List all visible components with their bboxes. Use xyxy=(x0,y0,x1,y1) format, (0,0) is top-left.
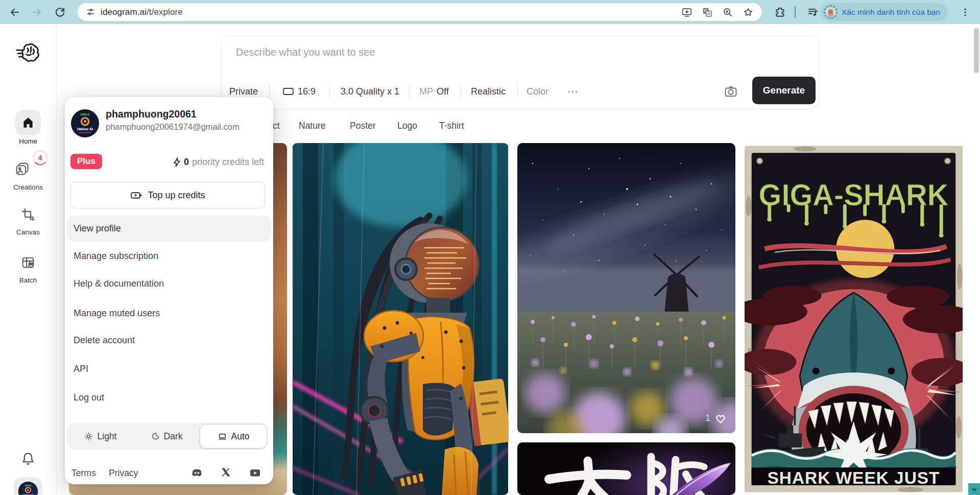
toolbar-divider xyxy=(795,6,796,18)
theme-toggle: Light Dark Auto xyxy=(67,423,267,450)
terms-link[interactable]: Terms xyxy=(71,468,96,479)
gallery-image-shark-poster[interactable]: GIGA-SHARK xyxy=(745,143,963,495)
laptop-icon xyxy=(218,432,227,441)
moon-icon xyxy=(151,432,160,441)
tab-poster[interactable]: Poster xyxy=(350,121,376,131)
extensions-icon[interactable] xyxy=(773,5,787,19)
kanji-artwork xyxy=(517,442,735,495)
credits-label: priority credits left xyxy=(192,157,264,168)
prompt-card: Private 16:9 3.0 Quality x 1 MP Off Real… xyxy=(221,36,820,109)
notifications-bell-icon[interactable] xyxy=(0,451,56,466)
model-quality-setting[interactable]: 3.0 Quality x 1 xyxy=(341,82,399,101)
tab-tshirt[interactable]: T-shirt xyxy=(439,121,464,131)
gallery-image-kanji[interactable] xyxy=(517,442,735,495)
theme-auto-option[interactable]: Auto xyxy=(200,424,267,449)
svg-text:GEN AI: GEN AI xyxy=(25,485,31,487)
heart-icon xyxy=(714,412,727,424)
aspect-ratio-setting[interactable]: 16:9 xyxy=(298,82,316,101)
credits-status: 0 priority credits left xyxy=(173,157,264,168)
discord-icon[interactable] xyxy=(190,467,203,479)
privacy-link[interactable]: Privacy xyxy=(109,468,138,479)
mp-setting-label[interactable]: MP xyxy=(419,82,433,101)
batch-icon[interactable] xyxy=(0,255,56,270)
ideogram-logo-icon[interactable] xyxy=(0,40,56,66)
scroll-corner-button[interactable] xyxy=(968,483,980,495)
theme-dark-label: Dark xyxy=(164,431,183,442)
back-icon[interactable] xyxy=(7,5,21,19)
canvas-icon[interactable] xyxy=(0,207,56,222)
style-setting[interactable]: Realistic xyxy=(471,82,506,101)
x-icon[interactable] xyxy=(221,467,231,478)
theme-dark-option[interactable]: Dark xyxy=(133,423,200,450)
site-settings-icon[interactable] xyxy=(86,7,95,17)
like-counter[interactable]: 1 xyxy=(705,412,727,424)
reload-icon[interactable] xyxy=(53,5,67,19)
credits-count: 0 xyxy=(184,157,189,168)
menu-item-help-documentation[interactable]: Help & documentation xyxy=(67,271,271,297)
forward-icon[interactable] xyxy=(30,5,44,19)
browser-profile-chip[interactable]: Xác minh danh tính của bạn xyxy=(821,3,947,21)
bookmark-star-icon[interactable] xyxy=(743,7,754,18)
profile-chip-label: Xác minh danh tính của bạn xyxy=(842,8,940,17)
youtube-icon[interactable] xyxy=(249,467,261,478)
image-prompt-camera-icon[interactable] xyxy=(724,84,738,99)
svg-text:Hailou AI: Hailou AI xyxy=(77,127,93,131)
page-scrollbar[interactable] xyxy=(974,28,979,73)
menu-item-api[interactable]: API xyxy=(67,356,271,382)
translate-icon[interactable]: GA xyxy=(702,7,713,18)
robot-artwork xyxy=(292,143,509,495)
profile-avatar xyxy=(824,5,838,19)
account-menu: GEN AIHailou AIGENERATIVE phamphuong2006… xyxy=(65,97,273,484)
menu-item-log-out[interactable]: Log out xyxy=(67,385,271,411)
kebab-menu-icon[interactable] xyxy=(958,5,972,19)
tab-logo[interactable]: Logo xyxy=(397,121,417,131)
home-icon xyxy=(21,116,35,129)
tab-nature[interactable]: Nature xyxy=(299,121,326,131)
theme-light-option[interactable]: Light xyxy=(67,423,133,450)
svg-text:GENERATIVE: GENERATIVE xyxy=(79,132,91,134)
theme-light-label: Light xyxy=(98,431,117,442)
sidebar-label-creations: Creations xyxy=(0,183,56,191)
shark-poster-caption: SHARK WEEK JUST xyxy=(767,468,940,487)
top-up-credits-button[interactable]: Top up credits xyxy=(70,182,265,208)
svg-text:GEN AI: GEN AI xyxy=(81,113,90,116)
plan-badge: Plus xyxy=(70,154,102,169)
like-count: 1 xyxy=(705,412,710,423)
menu-footer: Terms Privacy xyxy=(65,463,273,484)
mp-setting-value[interactable]: Off xyxy=(437,82,449,101)
menu-username: phamphuong20061 xyxy=(106,108,197,120)
menu-item-delete-account[interactable]: Delete account xyxy=(67,327,271,353)
generate-button[interactable]: Generate xyxy=(752,77,816,104)
url-text: ideogram.ai/t/explore xyxy=(101,7,183,17)
sidebar: Home 4 Creations Canvas Batch GEN AIHail… xyxy=(0,24,57,495)
tab-partial[interactable]: ct xyxy=(273,121,280,131)
bolt-icon xyxy=(173,157,181,167)
gallery-image-robot[interactable] xyxy=(292,143,509,495)
flower-field-artwork xyxy=(517,143,735,433)
browser-toolbar: ideogram.ai/t/explore GA xyxy=(0,0,980,24)
sidebar-item-home[interactable] xyxy=(15,110,41,135)
menu-item-view-profile[interactable]: View profile xyxy=(67,216,271,242)
url-bar[interactable]: ideogram.ai/t/explore GA xyxy=(78,3,762,21)
battery-charge-icon xyxy=(130,190,142,201)
aspect-ratio-icon[interactable] xyxy=(282,84,294,99)
sidebar-label-canvas: Canvas xyxy=(0,228,56,236)
chevron-down-icon xyxy=(971,486,977,492)
install-app-icon[interactable] xyxy=(681,7,692,18)
sidebar-label-batch: Batch xyxy=(0,276,56,284)
color-setting[interactable]: Color xyxy=(527,82,548,101)
page-root: ideogram.ai/t/explore GA xyxy=(0,0,980,495)
media-queue-icon[interactable] xyxy=(806,5,820,19)
gallery-image-flowers[interactable]: 1 xyxy=(517,143,735,433)
zoom-page-icon[interactable] xyxy=(722,7,733,18)
more-settings-icon[interactable]: ⋯ xyxy=(567,82,578,101)
menu-item-manage-subscription[interactable]: Manage subscription xyxy=(67,243,271,269)
prompt-input[interactable] xyxy=(235,45,697,68)
menu-email: phamphuong20061974@gmail.com xyxy=(106,122,240,132)
sidebar-account-avatar[interactable]: GEN AIHailou AIGENERATIVE xyxy=(14,477,42,495)
svg-text:A: A xyxy=(707,11,711,16)
sun-icon xyxy=(84,432,93,441)
creations-icon[interactable] xyxy=(0,161,50,176)
menu-item-manage-muted-users[interactable]: Manage muted users xyxy=(67,300,271,326)
theme-auto-label: Auto xyxy=(231,431,250,442)
